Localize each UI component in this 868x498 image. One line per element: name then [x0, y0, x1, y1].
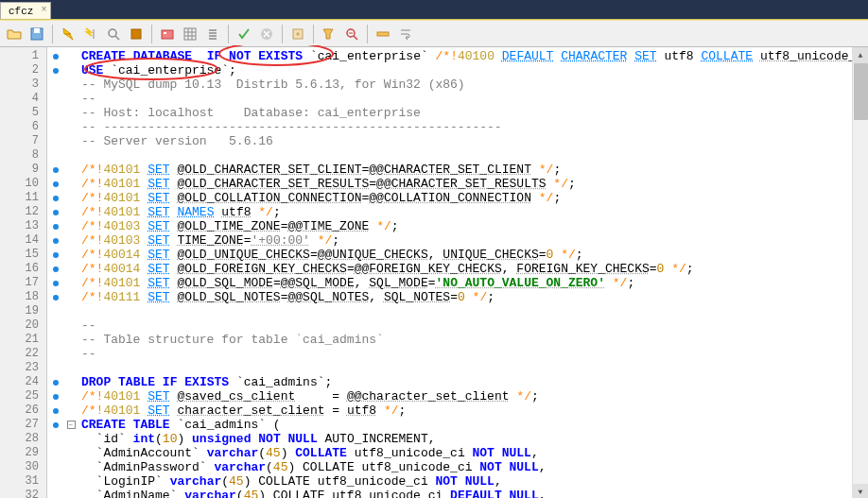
code-line[interactable]: CREATE DATABASE IF NOT EXISTS `cai_enter…: [81, 49, 864, 63]
toolbar: [0, 21, 868, 47]
code-line[interactable]: -- Host: localhost Database: cai_enterpr…: [81, 106, 864, 120]
open-folder-button[interactable]: [4, 24, 25, 44]
marker: [47, 361, 64, 375]
marker: [47, 347, 64, 361]
line-number: 27: [0, 418, 39, 432]
separator: [282, 25, 283, 43]
code-line[interactable]: `AdminPassword` varchar(45) COLLATE utf8…: [81, 460, 864, 474]
helper-button[interactable]: [157, 24, 178, 44]
svg-rect-5: [164, 32, 166, 34]
line-number: 8: [0, 148, 39, 163]
breakpoint-dot: [53, 167, 59, 173]
marker: [47, 290, 64, 304]
export-button[interactable]: [287, 24, 308, 44]
execute-button[interactable]: [58, 24, 78, 44]
code-line[interactable]: CREATE TABLE `cai_admins` (: [81, 418, 864, 432]
breakpoint-dot: [53, 210, 59, 215]
fold-cell: [64, 177, 78, 191]
fold-cell: [64, 219, 78, 233]
code-line[interactable]: --: [81, 347, 864, 361]
scroll-up-button[interactable]: ▲: [853, 47, 868, 63]
editor[interactable]: 1234567891011121314151617181920212223242…: [0, 47, 868, 498]
tab-strip: cfcz ×: [0, 0, 868, 19]
code-line[interactable]: /*!40014 SET @OLD_UNIQUE_CHECKS=@@UNIQUE…: [81, 248, 864, 262]
fold-cell: [64, 92, 78, 106]
code-line[interactable]: USE `cai_enterprise`;: [81, 63, 864, 77]
code-line[interactable]: /*!40101 SET @OLD_CHARACTER_SET_RESULTS=…: [81, 177, 864, 191]
fold-cell: [64, 290, 78, 304]
fold-cell: [64, 404, 78, 418]
code-line[interactable]: `id` int(10) unsigned NOT NULL AUTO_INCR…: [81, 432, 864, 446]
fold-cell: [64, 120, 78, 134]
code-line[interactable]: /*!40103 SET TIME_ZONE='+00:00' */;: [81, 233, 864, 248]
code-line[interactable]: /*!40101 SET @OLD_COLLATION_CONNECTION=@…: [81, 191, 864, 205]
breakpoint-dot: [53, 281, 59, 286]
marker: [47, 389, 64, 404]
fold-cell: −: [64, 418, 78, 432]
scrollbar-thumb[interactable]: [854, 63, 868, 120]
svg-rect-3: [131, 29, 141, 39]
hide-button[interactable]: [373, 24, 393, 44]
search-button[interactable]: [103, 24, 124, 44]
code-line[interactable]: /*!40103 SET @OLD_TIME_ZONE=@@TIME_ZONE …: [81, 219, 864, 233]
save-button[interactable]: [26, 24, 47, 44]
line-number: 16: [0, 262, 39, 276]
code-line[interactable]: -- Table structure for table `cai_admins…: [81, 333, 864, 347]
code-line[interactable]: /*!40101 SET @saved_cs_client = @@charac…: [81, 389, 864, 404]
fold-cell: [64, 474, 78, 489]
vertical-scrollbar[interactable]: ▲ ▼: [852, 47, 868, 498]
line-number: 21: [0, 333, 39, 347]
zoom-button[interactable]: [341, 24, 362, 44]
line-number: 30: [0, 460, 39, 474]
grid-button[interactable]: [180, 24, 200, 44]
marker: [47, 333, 64, 347]
line-number: 10: [0, 177, 39, 191]
fold-cell: [64, 191, 78, 205]
stop-button[interactable]: [126, 24, 147, 44]
code-line[interactable]: `LoginIP` varchar(45) COLLATE utf8_unico…: [81, 474, 864, 489]
code-line[interactable]: -- Server version 5.6.16: [81, 134, 864, 148]
check-button[interactable]: [234, 24, 254, 44]
code-line[interactable]: -- MySQL dump 10.13 Distrib 5.6.13, for …: [81, 77, 864, 92]
marker: [47, 489, 64, 498]
line-number: 32: [0, 489, 39, 498]
code-line[interactable]: /*!40014 SET @OLD_FOREIGN_KEY_CHECKS=@@F…: [81, 262, 864, 276]
code-line[interactable]: [81, 361, 864, 375]
marker: [47, 318, 64, 333]
code-line[interactable]: /*!40101 SET @OLD_SQL_MODE=@@SQL_MODE, S…: [81, 276, 864, 290]
code-line[interactable]: --: [81, 92, 864, 106]
scroll-down-button[interactable]: ▼: [853, 484, 868, 498]
fold-cell: [64, 163, 78, 177]
line-number: 7: [0, 134, 39, 148]
file-tab[interactable]: cfcz ×: [0, 2, 51, 19]
code-line[interactable]: `AdminName` varchar(45) COLLATE utf8 uni…: [81, 489, 864, 498]
line-number: 31: [0, 474, 39, 489]
close-icon[interactable]: ×: [41, 5, 46, 15]
code-line[interactable]: --: [81, 318, 864, 333]
code-line[interactable]: /*!40111 SET @OLD_SQL_NOTES=@@SQL_NOTES,…: [81, 290, 864, 304]
marker: [47, 219, 64, 233]
code-line[interactable]: DROP TABLE IF EXISTS `cai_admins`;: [81, 375, 864, 389]
marker: [47, 177, 64, 191]
code-line[interactable]: /*!40101 SET character_set_client = utf8…: [81, 404, 864, 418]
execute-step-button[interactable]: [80, 24, 101, 44]
fold-cell: [64, 333, 78, 347]
marker: [47, 134, 64, 148]
fold-cell: [64, 233, 78, 248]
marker: [47, 375, 64, 389]
code-line[interactable]: /*!40101 SET @OLD_CHARACTER_SET_CLIENT=@…: [81, 163, 864, 177]
code-line[interactable]: `AdminAccount` varchar(45) COLLATE utf8_…: [81, 446, 864, 460]
wrap-button[interactable]: [395, 24, 416, 44]
marker: [47, 233, 64, 248]
code-area[interactable]: CREATE DATABASE IF NOT EXISTS `cai_enter…: [78, 47, 868, 498]
format-button[interactable]: [319, 24, 339, 44]
fold-toggle[interactable]: −: [67, 421, 76, 429]
code-line[interactable]: -- -------------------------------------…: [81, 120, 864, 134]
cancel-button[interactable]: [256, 24, 277, 44]
list-button[interactable]: [202, 24, 223, 44]
code-line[interactable]: [81, 304, 864, 318]
code-line[interactable]: /*!40101 SET NAMES utf8 */;: [81, 205, 864, 219]
breakpoint-dot: [53, 196, 59, 201]
code-line[interactable]: [81, 148, 864, 163]
marker: [47, 446, 64, 460]
